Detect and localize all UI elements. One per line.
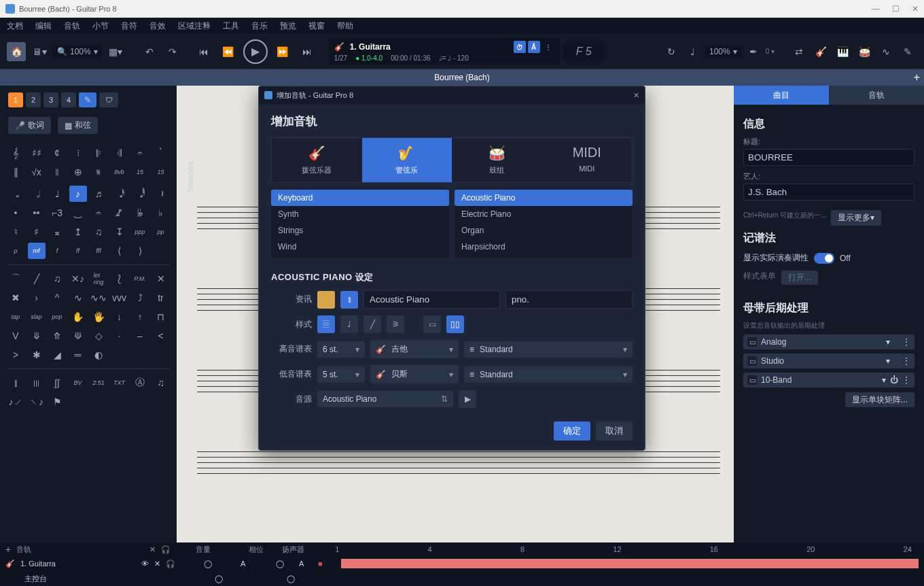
dialog-close-button[interactable]: ✕ (633, 91, 639, 100)
flag-icon[interactable]: ⚑ (48, 394, 66, 410)
menu-edit[interactable]: 编辑 (35, 20, 52, 32)
repeat-close-icon[interactable]: 𝄇 (111, 145, 128, 161)
segno-icon[interactable]: 𝄋 (90, 164, 107, 180)
down-arrow-icon[interactable]: ↓ (111, 309, 128, 325)
x-note-icon[interactable]: ✕ (152, 271, 170, 287)
visibility-icon[interactable]: 👁 (141, 559, 149, 568)
tuplet-icon[interactable]: ⌐3 (48, 205, 66, 221)
treble-inst-select[interactable]: 🎸吉他▾ (370, 340, 459, 358)
multi-bar-icon[interactable]: ⦀ (340, 291, 358, 309)
cresc-icon[interactable]: ⟨ (111, 243, 128, 259)
trill-icon[interactable]: tr (152, 290, 170, 306)
menu-tools[interactable]: 工具 (223, 20, 239, 32)
grace-icon[interactable]: ♪̸ (111, 205, 128, 221)
beam-right-icon[interactable]: ⟍♪ (28, 394, 46, 410)
design-mode-icon[interactable]: ✎ (79, 92, 96, 107)
auto-a-icon[interactable]: A (241, 559, 261, 568)
time-sig-icon[interactable]: ¢ (48, 145, 66, 161)
pm-icon[interactable]: P.M. (131, 271, 149, 287)
fx-analog[interactable]: ▭Analog▾⋮ (743, 334, 914, 349)
master-row[interactable]: 主控台 ◯ ◯ (0, 571, 924, 586)
layout-single-icon[interactable]: ▭ (423, 315, 441, 333)
beam-icon[interactable]: ♫ (90, 224, 107, 240)
loop-button[interactable]: ↻ (662, 42, 681, 61)
menu-effects[interactable]: 音效 (149, 20, 166, 32)
brush-up-icon[interactable]: ⤊ (48, 328, 66, 344)
triplet-icon[interactable]: ⁝ (69, 145, 87, 161)
rasg-icon[interactable]: ⟱ (69, 328, 87, 344)
layout-grand-icon[interactable]: ▯▯ (446, 315, 464, 333)
fx-10band[interactable]: ▭10-Band▾⏻⋮ (743, 373, 914, 387)
chord-letter-icon[interactable]: Ⓐ (131, 375, 149, 391)
tab-midi[interactable]: MIDIMIDI (542, 138, 633, 182)
accent-icon[interactable]: › (28, 290, 46, 306)
track-short-input[interactable] (505, 290, 633, 309)
tab-track-info[interactable]: 音轨 (829, 86, 924, 105)
skip-start-button[interactable]: ⏮ (194, 42, 213, 61)
category-list[interactable]: Keyboard Synth Strings Wind (271, 190, 449, 258)
lyrics-button[interactable]: 🎤 歌词 (8, 117, 51, 134)
redo-button[interactable]: ↷ (163, 42, 182, 61)
tab-fretted[interactable]: 🎸拨弦乐器 (272, 138, 362, 182)
beam2-icon[interactable]: ♫ (48, 271, 66, 287)
double-dot-icon[interactable]: •• (28, 205, 46, 221)
repeat-open-icon[interactable]: 𝄆 (90, 145, 107, 161)
guitar-neck-icon[interactable]: 🎸 (811, 42, 830, 61)
treble-strings-select[interactable]: 6 st.▾ (317, 341, 365, 358)
half-note-icon[interactable]: 𝅗𝅥 (28, 186, 46, 202)
score-canvas[interactable]: Standard 增加音轨 - Guitar Pro 8 ✕ 增加音轨 🎸拨弦乐… (177, 86, 734, 542)
sound-select[interactable]: Acoustic Piano⇅ (317, 391, 453, 407)
inst-harpsichord[interactable]: Harpsichord (455, 239, 633, 255)
menu-window[interactable]: 视窗 (308, 20, 325, 32)
mute-icon[interactable]: ✕ (154, 559, 160, 568)
tab-drums[interactable]: 🥁鼓组 (452, 138, 542, 182)
pen-icon[interactable]: ✎ (898, 42, 917, 61)
arrow-up-icon[interactable]: ↥ (69, 224, 87, 240)
tab-orchestra[interactable]: 🎷管弦乐 (362, 138, 452, 182)
cancel-button[interactable]: 取消 (596, 421, 633, 441)
add-track-button[interactable]: + (5, 544, 11, 555)
zoom-control[interactable]: 🔍 100% ▾ (53, 46, 102, 58)
eighth-note-icon[interactable]: ♪ (69, 186, 87, 202)
hand-up-icon[interactable]: 🖐 (90, 309, 107, 325)
keyboard-icon[interactable]: 🎹 (833, 42, 852, 61)
key-sharps-icon[interactable]: ♯♯ (28, 145, 46, 161)
document-tab[interactable]: Bourree (Bach) (434, 73, 489, 82)
barline-icon[interactable]: ‖ (7, 164, 24, 180)
swap-icon[interactable]: ⇄ (789, 42, 808, 61)
octave-icon[interactable]: 8vb (111, 164, 128, 180)
tap-icon[interactable]: tap (7, 309, 24, 325)
natural-icon[interactable]: ♮ (7, 224, 24, 240)
add-tab-button[interactable]: + (914, 71, 920, 84)
less-icon[interactable]: < (152, 328, 170, 344)
pick-up-icon[interactable]: V (7, 328, 24, 344)
heel-icon[interactable]: ◢ (48, 347, 66, 363)
track-row-1[interactable]: 🎸 1. Guitarra 👁 ✕ 🎧 ◯ A ◯ A ■ (0, 556, 924, 571)
menu-help[interactable]: 帮助 (337, 20, 353, 32)
ped-icon[interactable]: ✱ (28, 347, 46, 363)
pick-down-icon[interactable]: ⊓ (152, 309, 170, 325)
double-flat-icon[interactable]: 𝄫 (131, 205, 149, 221)
slash-icon[interactable]: 𝄒 (152, 145, 170, 161)
tuplet2-icon[interactable]: ♫ (152, 375, 170, 391)
window-maximize-button[interactable]: ☐ (892, 4, 900, 14)
tie-icon[interactable]: ‿ (69, 205, 87, 221)
decresc-icon[interactable]: ⟩ (131, 243, 149, 259)
arpeggio-icon[interactable]: ⟅ (111, 271, 128, 287)
cat-keyboard[interactable]: Keyboard (271, 190, 449, 206)
timer-icon[interactable]: ⏱ (514, 41, 526, 53)
tenuto-icon[interactable]: – (131, 328, 149, 344)
capo-icon[interactable]: ⫼ (28, 375, 46, 391)
tremolo-bar-icon[interactable]: ═ (69, 347, 87, 363)
rest2-icon[interactable]: 𝄽 (152, 186, 170, 202)
bv-icon[interactable]: BV (69, 375, 87, 391)
double-sharp-icon[interactable]: 𝄪 (48, 224, 66, 240)
master-pan-knob[interactable]: ◯ (277, 574, 304, 583)
vibrato-icon[interactable]: ∿ (69, 290, 87, 306)
forward-button[interactable]: ⏩ (273, 42, 292, 61)
mode-2[interactable]: 2 (26, 92, 41, 107)
chords-button[interactable]: ▦ 和弦 (58, 117, 98, 134)
trem-icon[interactable]: vvv (111, 290, 128, 306)
f-icon[interactable]: f (48, 243, 66, 259)
rest-icon[interactable]: 𝄐 (131, 145, 149, 161)
